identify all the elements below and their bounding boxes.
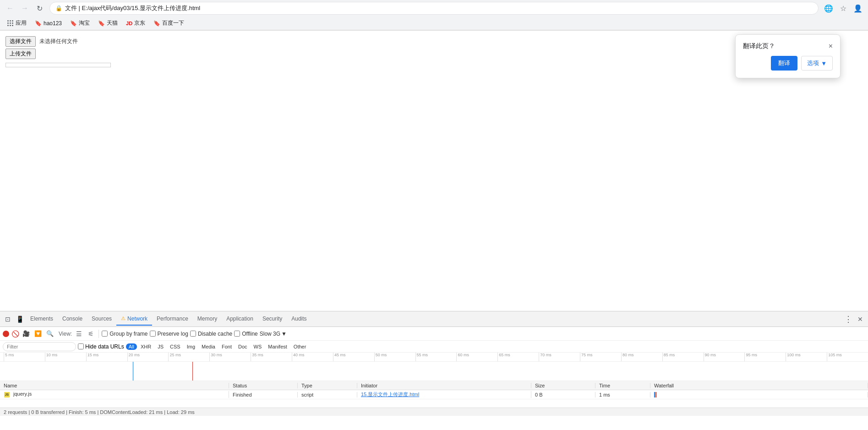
progress-bar <box>5 63 111 67</box>
profile-icon[interactable]: 👤 <box>852 2 864 15</box>
upload-button[interactable]: 上传文件 <box>5 49 36 59</box>
bookmark-apps-label: 应用 <box>16 19 27 27</box>
bookmark-jd-icon: JD <box>126 21 132 26</box>
bookmark-baidu-icon: 🔖 <box>153 20 160 27</box>
translate-popup: 翻译此页？ × 翻译 选项 ▼ <box>735 34 841 78</box>
browser-actions: 🌐 ☆ 👤 <box>822 2 864 15</box>
translate-button[interactable]: 翻译 <box>771 56 797 71</box>
translate-buttons: 翻译 选项 ▼ <box>743 56 833 71</box>
bookmark-hao123-icon: 🔖 <box>35 20 42 27</box>
translate-popup-header: 翻译此页？ × <box>743 42 833 50</box>
translate-popup-title: 翻译此页？ <box>743 42 775 50</box>
bookmark-tianmao[interactable]: 🔖 天猫 <box>94 18 121 28</box>
security-icon: 🔒 <box>55 5 62 11</box>
address-text: 文件 | E:/ajax代码/day03/15.显示文件上传进度.html <box>65 4 813 12</box>
title-bar: ← → ↻ 🔒 文件 | E:/ajax代码/day03/15.显示文件上传进度… <box>0 0 868 16</box>
nav-buttons: ← → ↻ <box>4 2 46 15</box>
bookmarks-bar: 应用 🔖 hao123 🔖 淘宝 🔖 天猫 JD 京东 🔖 百度一下 <box>0 16 868 30</box>
page-content: 选择文件 未选择任何文件 上传文件 翻译此页？ × 翻译 选项 ▼ <box>0 31 868 250</box>
bookmark-jd[interactable]: JD 京东 <box>122 18 149 28</box>
options-chevron-icon: ▼ <box>821 60 827 67</box>
forward-button[interactable]: → <box>18 2 31 15</box>
bookmark-taobao[interactable]: 🔖 淘宝 <box>66 18 93 28</box>
reload-button[interactable]: ↻ <box>33 2 46 15</box>
bookmark-tianmao-icon: 🔖 <box>98 20 105 27</box>
bookmark-apps[interactable]: 应用 <box>4 18 30 28</box>
options-label: 选项 <box>807 59 819 67</box>
bookmark-icon[interactable]: ☆ <box>837 2 850 15</box>
bookmark-jd-label: 京东 <box>134 19 145 27</box>
file-input-row: 选择文件 未选择任何文件 <box>5 36 863 47</box>
choose-file-button[interactable]: 选择文件 <box>5 36 36 47</box>
bookmark-taobao-icon: 🔖 <box>70 20 77 27</box>
back-button[interactable]: ← <box>4 2 16 15</box>
file-name-label: 未选择任何文件 <box>39 38 78 45</box>
browser-chrome: ← → ↻ 🔒 文件 | E:/ajax代码/day03/15.显示文件上传进度… <box>0 0 868 31</box>
bookmark-baidu-label: 百度一下 <box>162 19 184 27</box>
address-bar[interactable]: 🔒 文件 | E:/ajax代码/day03/15.显示文件上传进度.html <box>49 2 819 15</box>
bookmark-hao123[interactable]: 🔖 hao123 <box>31 19 66 28</box>
translate-close-button[interactable]: × <box>829 43 833 50</box>
options-button[interactable]: 选项 ▼ <box>801 56 833 71</box>
bookmark-hao123-label: hao123 <box>44 20 62 27</box>
bookmark-taobao-label: 淘宝 <box>79 19 90 27</box>
file-upload-section: 选择文件 未选择任何文件 上传文件 <box>5 36 863 67</box>
bookmark-baidu[interactable]: 🔖 百度一下 <box>150 18 188 28</box>
bookmark-tianmao-label: 天猫 <box>107 19 118 27</box>
translate-icon[interactable]: 🌐 <box>822 2 835 15</box>
